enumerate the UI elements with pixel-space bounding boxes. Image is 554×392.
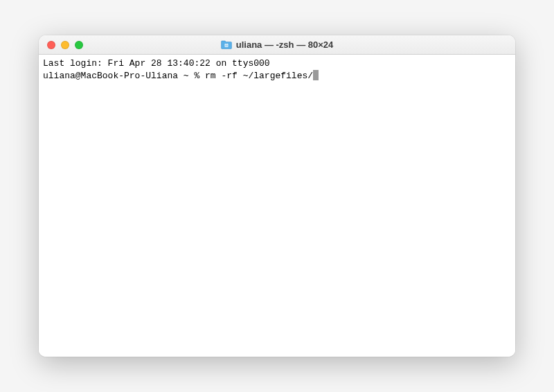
traffic-lights: [39, 41, 83, 49]
svg-rect-0: [224, 44, 228, 47]
command-text: rm -rf ~/largefiles/: [205, 71, 313, 81]
prompt-line: uliana@MacBook-Pro-Uliana ~ % rm -rf ~/l…: [43, 70, 511, 82]
minimize-button[interactable]: [61, 41, 69, 49]
title-area: uliana — -zsh — 80×24: [39, 39, 515, 50]
window-titlebar[interactable]: uliana — -zsh — 80×24: [39, 35, 515, 55]
svg-rect-1: [225, 45, 228, 46]
cursor: [313, 70, 319, 80]
close-button[interactable]: [47, 41, 55, 49]
folder-icon: [221, 40, 232, 49]
maximize-button[interactable]: [75, 41, 83, 49]
svg-rect-2: [225, 46, 228, 46]
last-login-line: Last login: Fri Apr 28 13:40:22 on ttys0…: [43, 57, 511, 70]
shell-prompt: uliana@MacBook-Pro-Uliana ~ %: [43, 71, 205, 81]
window-title: uliana — -zsh — 80×24: [236, 39, 334, 50]
terminal-window: uliana — -zsh — 80×24 Last login: Fri Ap…: [39, 35, 515, 357]
terminal-body[interactable]: Last login: Fri Apr 28 13:40:22 on ttys0…: [39, 55, 515, 357]
